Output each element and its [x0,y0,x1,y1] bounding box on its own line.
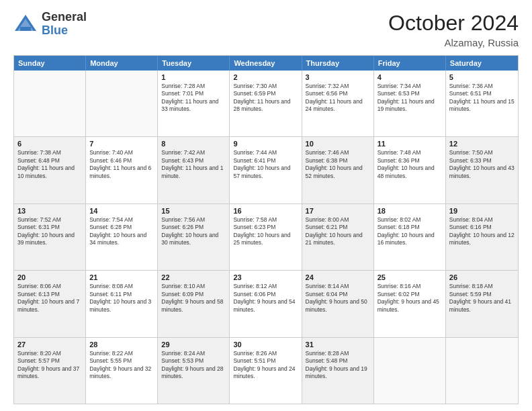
month-title: October 2024 [388,11,519,36]
day-number: 5 [449,73,515,81]
day-number: 11 [378,140,442,148]
header-day-wednesday: Wednesday [230,56,302,71]
day-detail: Sunrise: 7:42 AM Sunset: 6:43 PM Dayligh… [161,149,226,180]
calendar-week-2: 6Sunrise: 7:38 AM Sunset: 6:48 PM Daylig… [14,136,518,203]
day-detail: Sunrise: 8:14 AM Sunset: 6:04 PM Dayligh… [306,283,370,314]
day-number: 6 [17,140,82,148]
day-number: 20 [17,273,82,281]
day-detail: Sunrise: 7:36 AM Sunset: 6:51 PM Dayligh… [449,83,515,113]
calendar-cell-17: 17Sunrise: 8:00 AM Sunset: 6:21 PM Dayli… [302,204,374,270]
day-number: 16 [233,207,298,215]
day-number: 24 [306,273,370,281]
day-detail: Sunrise: 8:18 AM Sunset: 5:59 PM Dayligh… [449,283,515,314]
calendar-cell-30: 30Sunrise: 8:26 AM Sunset: 5:51 PM Dayli… [230,338,302,404]
day-number: 18 [378,207,442,215]
calendar-cell-27: 27Sunrise: 8:20 AM Sunset: 5:57 PM Dayli… [14,338,86,404]
day-number: 4 [378,73,442,81]
calendar-cell-31: 31Sunrise: 8:28 AM Sunset: 5:48 PM Dayli… [302,338,374,404]
day-number: 1 [161,73,226,81]
day-detail: Sunrise: 8:26 AM Sunset: 5:51 PM Dayligh… [233,350,298,381]
day-detail: Sunrise: 7:28 AM Sunset: 7:01 PM Dayligh… [161,83,226,113]
calendar-cell-empty [14,71,86,136]
day-detail: Sunrise: 8:16 AM Sunset: 6:02 PM Dayligh… [378,283,442,314]
calendar-cell-19: 19Sunrise: 8:04 AM Sunset: 6:16 PM Dayli… [446,204,518,270]
day-detail: Sunrise: 7:40 AM Sunset: 6:46 PM Dayligh… [89,149,154,180]
header-day-friday: Friday [374,56,446,71]
logo: General Blue [13,11,87,38]
header-day-sunday: Sunday [14,56,86,71]
title-block: October 2024 Alzamay, Russia [388,11,519,48]
calendar-cell-21: 21Sunrise: 8:08 AM Sunset: 6:11 PM Dayli… [86,271,158,336]
calendar-cell-25: 25Sunrise: 8:16 AM Sunset: 6:02 PM Dayli… [374,271,446,336]
day-number: 7 [89,140,154,148]
calendar-cell-23: 23Sunrise: 8:12 AM Sunset: 6:06 PM Dayli… [230,271,302,336]
day-number: 28 [89,340,154,349]
calendar-header: SundayMondayTuesdayWednesdayThursdayFrid… [14,56,518,71]
calendar-body: 1Sunrise: 7:28 AM Sunset: 7:01 PM Daylig… [14,71,518,404]
day-number: 22 [161,273,226,281]
calendar-cell-24: 24Sunrise: 8:14 AM Sunset: 6:04 PM Dayli… [302,271,374,336]
calendar-cell-22: 22Sunrise: 8:10 AM Sunset: 6:09 PM Dayli… [158,271,230,336]
day-number: 21 [89,273,154,281]
location: Alzamay, Russia [388,37,519,48]
logo-text: General Blue [42,11,87,38]
day-detail: Sunrise: 7:32 AM Sunset: 6:56 PM Dayligh… [306,83,370,113]
calendar-cell-28: 28Sunrise: 8:22 AM Sunset: 5:55 PM Dayli… [86,338,158,404]
day-detail: Sunrise: 8:10 AM Sunset: 6:09 PM Dayligh… [161,283,226,314]
day-detail: Sunrise: 8:08 AM Sunset: 6:11 PM Dayligh… [89,283,154,314]
calendar-cell-3: 3Sunrise: 7:32 AM Sunset: 6:56 PM Daylig… [302,71,374,136]
calendar-cell-29: 29Sunrise: 8:24 AM Sunset: 5:53 PM Dayli… [158,338,230,404]
day-number: 29 [161,340,226,349]
day-number: 27 [17,340,82,349]
day-number: 2 [233,73,298,81]
day-detail: Sunrise: 7:38 AM Sunset: 6:48 PM Dayligh… [17,149,82,180]
day-number: 12 [449,140,515,148]
day-detail: Sunrise: 7:52 AM Sunset: 6:31 PM Dayligh… [17,216,82,247]
day-detail: Sunrise: 8:04 AM Sunset: 6:16 PM Dayligh… [449,216,515,247]
calendar-cell-empty [374,338,446,404]
calendar-cell-11: 11Sunrise: 7:48 AM Sunset: 6:36 PM Dayli… [374,137,446,203]
calendar-cell-empty [86,71,158,136]
day-number: 13 [17,207,82,215]
calendar-cell-15: 15Sunrise: 7:56 AM Sunset: 6:26 PM Dayli… [158,204,230,270]
header-day-tuesday: Tuesday [158,56,230,71]
day-detail: Sunrise: 7:46 AM Sunset: 6:38 PM Dayligh… [306,149,370,180]
calendar-week-5: 27Sunrise: 8:20 AM Sunset: 5:57 PM Dayli… [14,337,518,404]
calendar: SundayMondayTuesdayWednesdayThursdayFrid… [13,55,519,404]
calendar-cell-7: 7Sunrise: 7:40 AM Sunset: 6:46 PM Daylig… [86,137,158,203]
day-number: 10 [306,140,370,148]
header-day-thursday: Thursday [302,56,374,71]
calendar-week-4: 20Sunrise: 8:06 AM Sunset: 6:13 PM Dayli… [14,270,518,336]
calendar-cell-12: 12Sunrise: 7:50 AM Sunset: 6:33 PM Dayli… [446,137,518,203]
day-detail: Sunrise: 8:06 AM Sunset: 6:13 PM Dayligh… [17,283,82,314]
header: General Blue October 2024 Alzamay, Russi… [13,11,519,48]
calendar-cell-14: 14Sunrise: 7:54 AM Sunset: 6:28 PM Dayli… [86,204,158,270]
calendar-cell-6: 6Sunrise: 7:38 AM Sunset: 6:48 PM Daylig… [14,137,86,203]
header-day-saturday: Saturday [446,56,518,71]
logo-blue-text: Blue [42,24,87,38]
day-number: 8 [161,140,226,148]
day-number: 23 [233,273,298,281]
logo-general: General [42,11,87,24]
day-detail: Sunrise: 7:50 AM Sunset: 6:33 PM Dayligh… [449,149,515,180]
day-number: 19 [449,207,515,215]
calendar-cell-18: 18Sunrise: 8:02 AM Sunset: 6:18 PM Dayli… [374,204,446,270]
day-detail: Sunrise: 7:56 AM Sunset: 6:26 PM Dayligh… [161,216,226,247]
calendar-cell-4: 4Sunrise: 7:34 AM Sunset: 6:53 PM Daylig… [374,71,446,136]
calendar-cell-26: 26Sunrise: 8:18 AM Sunset: 5:59 PM Dayli… [446,271,518,336]
day-detail: Sunrise: 8:24 AM Sunset: 5:53 PM Dayligh… [161,350,226,381]
day-detail: Sunrise: 8:00 AM Sunset: 6:21 PM Dayligh… [306,216,370,247]
calendar-cell-5: 5Sunrise: 7:36 AM Sunset: 6:51 PM Daylig… [446,71,518,136]
day-number: 30 [233,340,298,349]
header-day-monday: Monday [86,56,158,71]
day-number: 26 [449,273,515,281]
day-detail: Sunrise: 7:54 AM Sunset: 6:28 PM Dayligh… [89,216,154,247]
day-detail: Sunrise: 8:22 AM Sunset: 5:55 PM Dayligh… [89,350,154,381]
calendar-cell-16: 16Sunrise: 7:58 AM Sunset: 6:23 PM Dayli… [230,204,302,270]
day-detail: Sunrise: 7:44 AM Sunset: 6:41 PM Dayligh… [233,149,298,180]
day-number: 14 [89,207,154,215]
day-detail: Sunrise: 8:20 AM Sunset: 5:57 PM Dayligh… [17,350,82,381]
day-detail: Sunrise: 7:30 AM Sunset: 6:59 PM Dayligh… [233,83,298,113]
day-number: 31 [306,340,370,349]
calendar-cell-20: 20Sunrise: 8:06 AM Sunset: 6:13 PM Dayli… [14,271,86,336]
